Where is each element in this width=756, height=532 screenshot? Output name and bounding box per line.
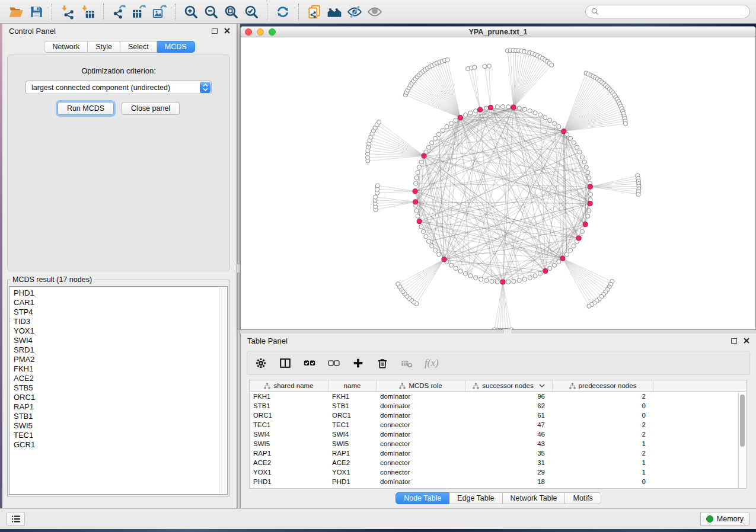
cell-predecessor_nodes: 0 [553, 412, 653, 419]
window-close-icon[interactable] [245, 28, 252, 36]
cell-name: RAP1 [328, 450, 377, 457]
table-row[interactable]: ORC1ORC1dominator610 [250, 411, 746, 420]
table-scrollbar[interactable] [738, 392, 746, 488]
mcds-result-item[interactable]: PHD1 [14, 289, 219, 298]
show-columns-icon[interactable] [279, 357, 292, 370]
close-panel-button[interactable]: Close panel [122, 102, 180, 115]
mcds-result-item[interactable]: ORC1 [14, 393, 219, 402]
function-builder-icon[interactable]: f(x) [425, 357, 439, 369]
mcds-result-group: MCDS result (17 nodes) PHD1CAR1STP4TID3Y… [7, 275, 229, 496]
zoom-out-icon[interactable] [201, 2, 221, 21]
import-table-icon[interactable] [78, 2, 98, 21]
import-network-icon[interactable] [58, 2, 78, 21]
export-table-icon[interactable] [129, 2, 149, 21]
mcds-result-item[interactable]: SWI5 [14, 421, 219, 431]
show-all-icon[interactable] [365, 2, 385, 21]
column-header-mcds_role[interactable]: MCDS role [377, 380, 465, 391]
delete-table-icon[interactable] [400, 357, 413, 370]
hide-selected-icon[interactable] [344, 2, 365, 21]
mcds-result-item[interactable]: YOX1 [14, 326, 219, 336]
table-row[interactable]: PHD1PHD1dominator180 [250, 477, 746, 486]
mcds-result-item[interactable]: TEC1 [14, 431, 219, 440]
table-body: FKH1FKH1dominator962STB1STB1dominator620… [250, 392, 746, 488]
tab-node-table[interactable]: Node Table [395, 492, 449, 504]
network-graph[interactable] [241, 37, 755, 329]
select-all-icon[interactable] [303, 357, 316, 370]
mcds-result-item[interactable]: CAR1 [14, 298, 219, 307]
cell-successor_nodes: 47 [465, 421, 553, 428]
first-neighbors-icon[interactable] [324, 2, 344, 21]
mcds-result-item[interactable]: STP4 [14, 307, 219, 317]
cell-predecessor_nodes: 2 [553, 393, 653, 400]
mcds-result-item[interactable]: SWI4 [14, 336, 219, 345]
cell-name: ACE2 [328, 459, 377, 466]
float-panel-icon[interactable] [212, 28, 218, 34]
zoom-fit-icon[interactable] [221, 2, 241, 21]
column-header-shared_name[interactable]: shared name [250, 380, 328, 391]
tab-network-table[interactable]: Network Table [503, 492, 566, 504]
delete-columns-icon[interactable] [376, 357, 389, 370]
mcds-result-list[interactable]: PHD1CAR1STP4TID3YOX1SWI4SRD1PMA2FKH1ACE2… [9, 286, 228, 495]
table-row[interactable]: TEC1TEC1connector472 [250, 420, 746, 430]
column-header-predecessor_nodes[interactable]: predecessor nodes [553, 380, 653, 391]
export-image-icon[interactable] [149, 2, 170, 21]
search-input[interactable] [585, 5, 750, 18]
cell-successor_nodes: 43 [465, 440, 553, 447]
tab-mcds[interactable]: MCDS [157, 41, 195, 53]
mcds-result-item[interactable]: SRD1 [14, 345, 219, 355]
column-header-label: shared name [273, 382, 313, 389]
zoom-selected-icon[interactable] [241, 2, 261, 21]
table-scrollbar-thumb[interactable] [740, 395, 745, 447]
run-mcds-button[interactable]: Run MCDS [58, 102, 114, 115]
save-session-icon[interactable] [26, 2, 46, 21]
mcds-result-item[interactable]: PMA2 [14, 355, 219, 364]
table-row[interactable]: YOX1YOX1connector291 [250, 467, 746, 477]
mcds-result-item[interactable]: STB5 [14, 383, 219, 393]
new-network-from-selection-icon[interactable] [304, 2, 324, 21]
table-mode-gear-icon[interactable] [254, 357, 267, 370]
column-header-name[interactable]: name [328, 380, 377, 391]
cell-mcds_role: connector [377, 459, 465, 466]
table-row[interactable]: SWI4SWI4dominator462 [250, 430, 746, 439]
table-row[interactable]: STB1STB1dominator620 [250, 401, 746, 411]
mcds-result-item[interactable]: GCR1 [14, 440, 219, 450]
create-column-icon[interactable] [352, 357, 365, 370]
memory-status-icon [706, 515, 713, 523]
deselect-all-icon[interactable] [327, 357, 340, 370]
tab-style[interactable]: Style [88, 41, 120, 53]
task-history-button[interactable] [7, 512, 25, 526]
list-icon [11, 514, 21, 524]
float-table-panel-icon[interactable] [731, 338, 737, 344]
open-file-icon[interactable] [6, 2, 26, 21]
refresh-icon[interactable] [273, 2, 293, 21]
optimization-criterion-select[interactable]: largest connected component (undirected) [25, 81, 212, 94]
network-window-titlebar[interactable]: YPA_prune.txt_1 [241, 27, 755, 37]
table-row[interactable]: ACE2ACE2connector311 [250, 458, 746, 467]
table-row[interactable]: FKH1FKH1dominator962 [250, 392, 746, 401]
network-window-title: YPA_prune.txt_1 [241, 28, 755, 36]
window-zoom-icon[interactable] [269, 28, 276, 36]
memory-button[interactable]: Memory [700, 512, 749, 526]
export-network-icon[interactable] [109, 2, 129, 21]
tab-motifs[interactable]: Motifs [565, 492, 601, 504]
cell-predecessor_nodes: 1 [553, 469, 653, 476]
tab-network[interactable]: Network [44, 41, 88, 53]
attribute-type-icon [264, 383, 270, 389]
table-row[interactable]: SWI5SWI5connector431 [250, 439, 746, 448]
column-header-successor_nodes[interactable]: successor nodes [465, 380, 553, 391]
mcds-result-item[interactable]: RAP1 [14, 402, 219, 412]
mcds-result-item[interactable]: ACE2 [14, 374, 219, 383]
close-table-panel-icon[interactable] [744, 338, 749, 344]
tab-edge-table[interactable]: Edge Table [449, 492, 502, 504]
zoom-in-icon[interactable] [181, 2, 201, 21]
table-row[interactable]: RAP1RAP1dominator352 [250, 448, 746, 458]
mcds-result-item[interactable]: STB1 [14, 412, 219, 421]
mcds-result-item[interactable]: TID3 [14, 317, 219, 326]
cell-shared_name: TEC1 [250, 421, 328, 428]
window-minimize-icon[interactable] [257, 28, 264, 36]
close-panel-icon[interactable] [224, 28, 230, 34]
tab-select[interactable]: Select [120, 41, 157, 53]
mcds-list-scrollbar[interactable] [219, 287, 227, 494]
mcds-result-item[interactable]: FKH1 [14, 364, 219, 374]
cell-successor_nodes: 35 [465, 450, 553, 457]
